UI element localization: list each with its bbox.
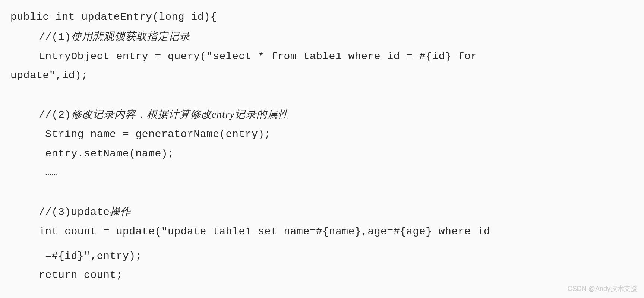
- code-comment-2: //(2)修改记录内容，根据计算修改entry记录的属性: [10, 105, 634, 125]
- code-line-signature: public int updateEntry(long id){: [10, 7, 634, 27]
- code-line-query-2: update",id);: [10, 66, 634, 85]
- blank-line: [10, 183, 634, 202]
- comment-prefix: //(3)update: [39, 206, 110, 218]
- blank-line: [10, 85, 634, 105]
- code-line-return: return count;: [10, 266, 634, 285]
- comment-text: 使用悲观锁获取指定记录: [71, 31, 190, 42]
- blank-line: [10, 241, 634, 247]
- code-line-ellipsis: ……: [10, 163, 634, 183]
- code-comment-3: //(3)update操作: [10, 202, 634, 222]
- code-line-setname: entry.setName(name);: [10, 144, 634, 164]
- csdn-watermark: CSDN @Andy技术支援: [568, 283, 637, 295]
- code-line-string-name: String name = generatorName(entry);: [10, 125, 634, 144]
- code-line-query-1: EntryObject entry = query("select * from…: [10, 47, 634, 66]
- code-line-update-2: =#{id}",entry);: [10, 247, 634, 266]
- code-line-update-1: int count = update("update table1 set na…: [10, 222, 634, 241]
- comment-text: 修改记录内容，根据计算修改entry记录的属性: [71, 108, 289, 120]
- comment-text: 操作: [110, 206, 131, 217]
- code-comment-1: //(1)使用悲观锁获取指定记录: [10, 27, 634, 47]
- comment-prefix: //(1): [39, 31, 71, 43]
- comment-prefix: //(2): [39, 109, 71, 121]
